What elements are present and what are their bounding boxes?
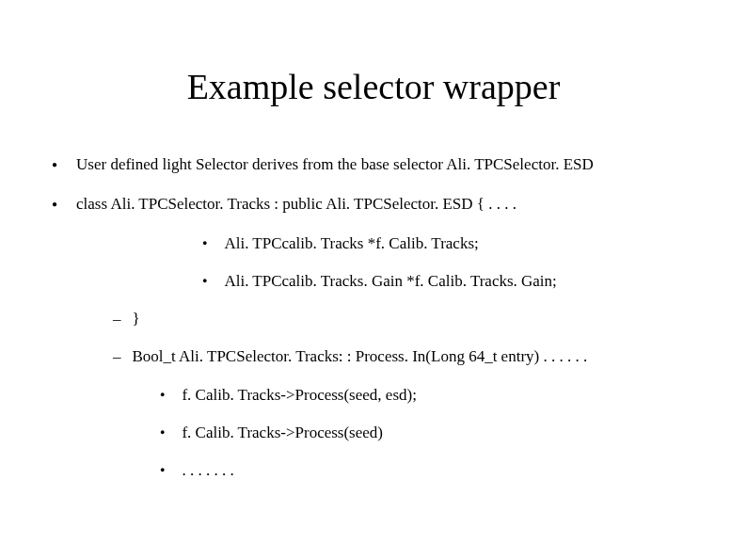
list-item: ● . . . . . . . xyxy=(160,460,709,481)
sub-bullet-list: ● Ali. TPCcalib. Tracks *f. Calib. Track… xyxy=(38,233,709,292)
sub-bullet-text: Ali. TPCcalib. Tracks. Gain *f. Calib. T… xyxy=(224,271,556,292)
list-item: ● Ali. TPCcalib. Tracks. Gain *f. Calib.… xyxy=(202,271,709,292)
list-item: – Bool_t Ali. TPCSelector. Tracks: : Pro… xyxy=(113,346,709,367)
dash-text: } xyxy=(133,309,140,329)
bullet-text: User defined light Selector derives from… xyxy=(76,154,594,175)
list-item: ● f. Calib. Tracks->Process(seed) xyxy=(160,423,709,443)
main-bullet-list: ● User defined light Selector derives fr… xyxy=(38,154,709,215)
sub-bullet-text: Ali. TPCcalib. Tracks *f. Calib. Tracks; xyxy=(224,233,478,254)
inner-bullet-list: ● f. Calib. Tracks->Process(seed, esd); … xyxy=(38,385,709,481)
bullet-icon: ● xyxy=(52,160,57,169)
bullet-text: class Ali. TPCSelector. Tracks : public … xyxy=(76,194,517,215)
bullet-icon: ● xyxy=(160,466,165,474)
bullet-icon: ● xyxy=(160,391,165,399)
inner-bullet-text: f. Calib. Tracks->Process(seed, esd); xyxy=(182,385,416,406)
bullet-icon: ● xyxy=(52,200,57,209)
dash-text: Bool_t Ali. TPCSelector. Tracks: : Proce… xyxy=(133,346,588,367)
dash-list: – } – Bool_t Ali. TPCSelector. Tracks: :… xyxy=(38,309,709,367)
bullet-icon: ● xyxy=(160,428,165,437)
slide-title: Example selector wrapper xyxy=(38,66,709,107)
list-item: ● class Ali. TPCSelector. Tracks : publi… xyxy=(52,194,709,215)
list-item: – } xyxy=(113,309,709,329)
dash-icon: – xyxy=(113,346,121,367)
list-item: ● Ali. TPCcalib. Tracks *f. Calib. Track… xyxy=(202,233,709,254)
list-item: ● f. Calib. Tracks->Process(seed, esd); xyxy=(160,385,709,406)
inner-bullet-text: f. Calib. Tracks->Process(seed) xyxy=(182,423,383,443)
bullet-icon: ● xyxy=(202,239,207,248)
bullet-icon: ● xyxy=(202,277,207,285)
dash-icon: – xyxy=(113,309,121,329)
list-item: ● User defined light Selector derives fr… xyxy=(52,154,709,175)
inner-bullet-text: . . . . . . . xyxy=(182,460,233,481)
